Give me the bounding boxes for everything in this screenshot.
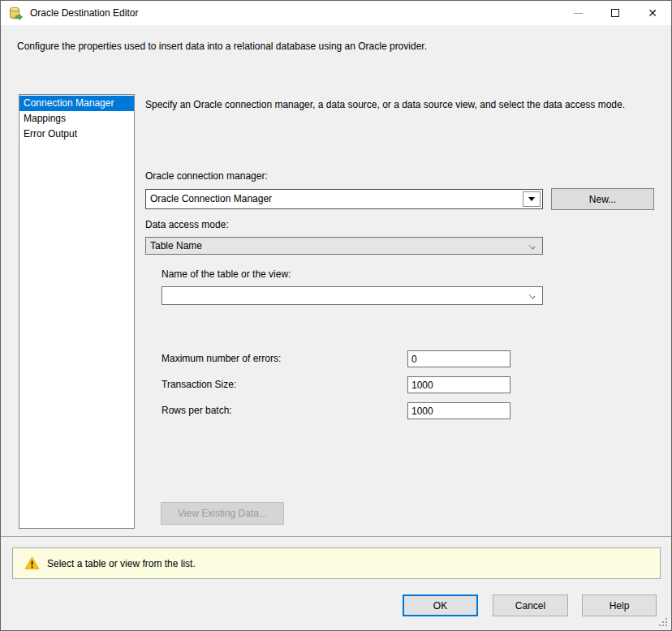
transaction-size-input[interactable] [407, 376, 510, 393]
chevron-down-icon [529, 293, 536, 299]
warning-strip: Select a table or view from the list. [12, 547, 661, 579]
resize-grip[interactable] [659, 618, 667, 626]
new-connection-button[interactable]: New... [551, 188, 654, 210]
dialog-description: Configure the properties used to insert … [17, 41, 650, 52]
data-access-mode-label: Data access mode: [145, 219, 229, 230]
editor-page-list: Connection Manager Mappings Error Output [19, 94, 135, 529]
dropdown-arrow-icon[interactable] [523, 191, 541, 207]
database-destination-icon [9, 6, 23, 20]
sidebar-item-mappings[interactable]: Mappings [19, 111, 134, 127]
connection-manager-combobox[interactable]: Oracle Connection Manager [145, 189, 543, 209]
pane-heading: Specify an Oracle connection manager, a … [145, 99, 669, 110]
sidebar-item-connection-manager[interactable]: Connection Manager [19, 96, 134, 111]
rows-per-batch-label: Rows per batch: [162, 405, 232, 416]
connection-manager-label: Oracle connection manager: [145, 170, 268, 182]
sidebar-item-error-output[interactable]: Error Output [19, 127, 134, 142]
table-name-label: Name of the table or the view: [162, 268, 291, 280]
minimize-button[interactable] [559, 1, 597, 25]
footer-separator [1, 536, 672, 537]
rows-per-batch-input[interactable] [407, 402, 510, 419]
table-name-combobox[interactable] [162, 286, 543, 305]
cancel-button[interactable]: Cancel [493, 595, 568, 616]
maximize-icon [611, 9, 619, 17]
minimize-icon [574, 13, 583, 14]
warning-text: Select a table or view from the list. [47, 558, 196, 569]
max-errors-label: Maximum number of errors: [162, 353, 281, 364]
close-icon: ✕ [648, 7, 657, 19]
connection-manager-value: Oracle Connection Manager [150, 193, 272, 204]
title-bar: Oracle Destination Editor ✕ [1, 1, 671, 25]
chevron-down-icon [529, 243, 536, 250]
data-access-mode-combobox[interactable]: Table Name [145, 237, 543, 255]
help-button[interactable]: Help [582, 595, 657, 616]
close-button[interactable]: ✕ [634, 1, 671, 25]
maximize-button[interactable] [597, 1, 634, 25]
oracle-destination-editor-window: Oracle Destination Editor ✕ Configure th… [0, 0, 672, 631]
transaction-size-label: Transaction Size: [162, 379, 236, 390]
max-errors-input[interactable] [407, 350, 510, 367]
data-access-mode-value: Table Name [150, 240, 202, 251]
ok-button[interactable]: OK [403, 595, 478, 616]
view-existing-data-button: View Existing Data... [161, 502, 284, 525]
warning-triangle-icon [24, 556, 40, 570]
window-title: Oracle Destination Editor [30, 7, 138, 19]
